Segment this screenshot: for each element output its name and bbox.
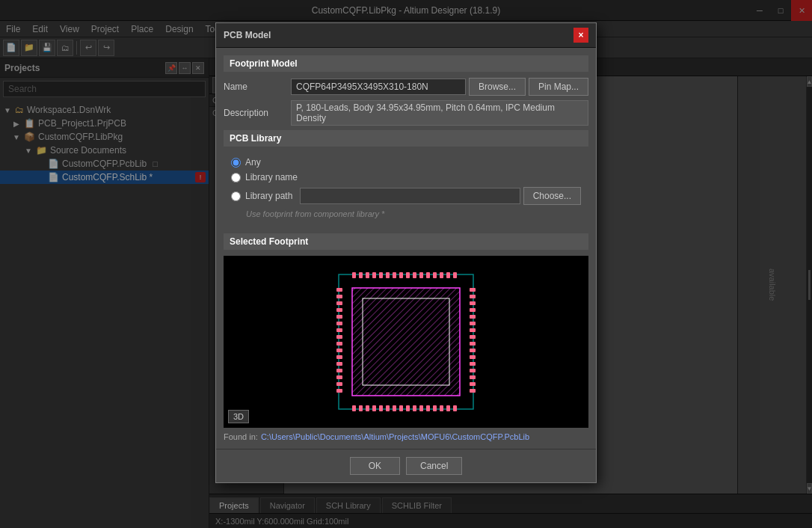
svg-rect-44 — [336, 342, 342, 346]
svg-rect-30 — [419, 405, 423, 411]
svg-rect-37 — [336, 295, 342, 298]
radio-library-path[interactable] — [231, 191, 241, 201]
svg-rect-12 — [406, 272, 410, 278]
name-input[interactable] — [291, 79, 466, 95]
footprint-svg — [331, 267, 481, 417]
svg-rect-40 — [336, 315, 342, 319]
desc-value: P, 180-Leads, Body 34.95x34.95mm, Pitch … — [291, 100, 588, 126]
svg-rect-33 — [440, 405, 443, 411]
svg-rect-57 — [470, 322, 476, 325]
svg-rect-21 — [359, 405, 363, 411]
svg-rect-6 — [366, 272, 369, 278]
radio-library-name[interactable] — [231, 173, 241, 182]
use-component-label: Use footprint from component library * — [246, 209, 384, 218]
svg-rect-66 — [470, 382, 476, 386]
radio-libname-row: Library name — [231, 172, 581, 182]
svg-rect-15 — [426, 272, 430, 278]
svg-rect-45 — [336, 349, 342, 352]
svg-rect-64 — [470, 369, 476, 372]
choose-button[interactable]: Choose... — [523, 187, 581, 205]
svg-rect-20 — [352, 405, 356, 411]
name-row: Name Browse... Pin Map... — [224, 78, 588, 96]
svg-rect-23 — [372, 405, 376, 411]
pcb-library-header: PCB Library — [224, 130, 588, 147]
svg-rect-28 — [406, 405, 410, 411]
radio-libname-label: Library name — [245, 172, 298, 182]
svg-rect-22 — [366, 405, 369, 411]
svg-rect-18 — [446, 272, 450, 278]
svg-rect-52 — [470, 288, 476, 292]
svg-rect-42 — [336, 328, 342, 332]
svg-rect-46 — [336, 355, 342, 359]
svg-rect-53 — [470, 295, 476, 298]
radio-any-label: Any — [245, 157, 261, 168]
svg-rect-41 — [336, 322, 342, 325]
svg-rect-4 — [352, 272, 356, 278]
radio-libpath-label: Library path — [245, 191, 292, 201]
name-label: Name — [224, 82, 291, 92]
svg-rect-10 — [393, 272, 396, 278]
svg-rect-17 — [440, 272, 443, 278]
modal-close-button[interactable]: × — [573, 28, 588, 43]
use-component-row: Use footprint from component library * — [231, 209, 581, 218]
found-in-label: Found in: — [224, 432, 258, 441]
radio-any[interactable] — [231, 158, 241, 168]
footprint-model-header: Footprint Model — [224, 55, 588, 72]
svg-rect-9 — [386, 272, 390, 278]
svg-rect-61 — [470, 349, 476, 352]
svg-rect-27 — [399, 405, 403, 411]
svg-rect-59 — [470, 335, 476, 339]
found-in-row: Found in: C:\Users\Public\Documents\Alti… — [224, 432, 588, 441]
pcb-model-dialog: PCB Model × Footprint Model Name Browse.… — [215, 22, 597, 483]
svg-rect-65 — [470, 375, 476, 379]
svg-rect-67 — [470, 389, 476, 393]
svg-rect-51 — [336, 389, 342, 393]
found-in-path: C:\Users\Public\Documents\Altium\Project… — [261, 432, 529, 441]
svg-rect-54 — [470, 301, 476, 305]
cancel-button[interactable]: Cancel — [406, 457, 462, 475]
svg-rect-34 — [446, 405, 450, 411]
svg-rect-49 — [336, 375, 342, 379]
svg-rect-26 — [393, 405, 396, 411]
svg-rect-14 — [419, 272, 423, 278]
svg-rect-16 — [433, 272, 437, 278]
browse-button[interactable]: Browse... — [469, 78, 526, 96]
modal-footer: OK Cancel — [216, 449, 596, 482]
svg-rect-55 — [470, 308, 476, 312]
lib-path-row: Choose... — [300, 187, 581, 205]
svg-rect-58 — [470, 328, 476, 332]
radio-group: Any Library name Library path Choose... — [224, 153, 588, 227]
lib-path-input[interactable] — [300, 188, 520, 204]
selected-footprint-header: Selected Footprint — [224, 233, 588, 250]
svg-rect-31 — [426, 405, 430, 411]
svg-rect-38 — [336, 301, 342, 305]
modal-body: Footprint Model Name Browse... Pin Map..… — [216, 48, 596, 449]
svg-rect-43 — [336, 335, 342, 339]
svg-rect-50 — [336, 382, 342, 386]
preview-3d-button[interactable]: 3D — [228, 410, 249, 423]
svg-rect-7 — [372, 272, 376, 278]
svg-rect-48 — [336, 369, 342, 372]
svg-rect-13 — [413, 272, 416, 278]
svg-rect-60 — [470, 342, 476, 346]
pcb-library-section: PCB Library Any Library name Library pat… — [224, 130, 588, 227]
svg-rect-35 — [453, 405, 457, 411]
svg-rect-32 — [433, 405, 437, 411]
svg-rect-63 — [470, 362, 476, 366]
selected-footprint-section: Selected Footprint — [224, 233, 588, 441]
description-row: Description P, 180-Leads, Body 34.95x34.… — [224, 100, 588, 126]
svg-rect-24 — [379, 405, 383, 411]
modal-overlay: PCB Model × Footprint Model Name Browse.… — [0, 0, 812, 528]
modal-titlebar: PCB Model × — [216, 23, 596, 48]
svg-rect-5 — [359, 272, 363, 278]
ok-button[interactable]: OK — [350, 457, 400, 475]
svg-rect-11 — [399, 272, 403, 278]
svg-rect-25 — [386, 405, 390, 411]
footprint-preview: 3D — [224, 256, 588, 428]
svg-rect-39 — [336, 308, 342, 312]
pin-map-button[interactable]: Pin Map... — [529, 78, 588, 96]
desc-label: Description — [224, 108, 291, 118]
radio-libpath-row: Library path Choose... — [231, 187, 581, 205]
svg-rect-36 — [336, 288, 342, 292]
svg-rect-56 — [470, 315, 476, 319]
